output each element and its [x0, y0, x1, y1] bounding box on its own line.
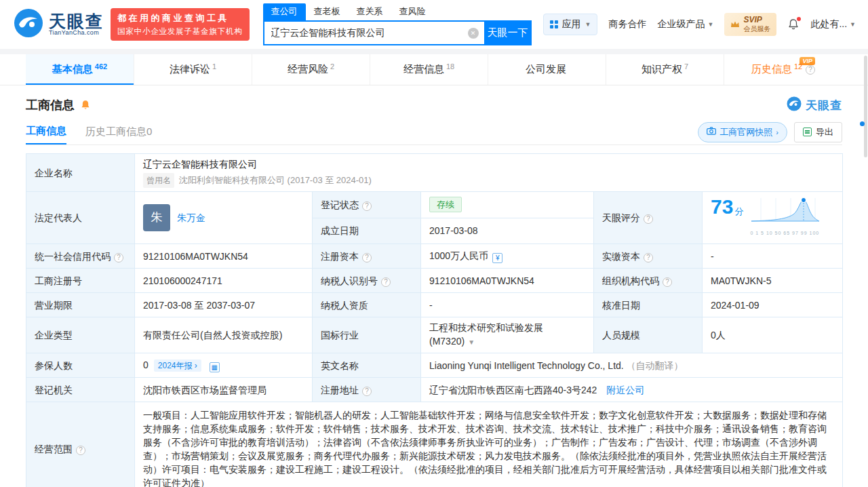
- header-right-nav: 应用 ▼ 商务合作 企业级产品 ▼ SVIP 会员服务: [543, 13, 856, 35]
- tab-history-info[interactable]: VIP 历史信息 12 ?: [724, 54, 842, 85]
- help-icon[interactable]: ?: [644, 253, 653, 262]
- crown-icon: [730, 18, 740, 31]
- help-icon[interactable]: ?: [381, 277, 391, 287]
- insured-cell: 02024年报 ›▦: [135, 353, 313, 378]
- camera-icon: [707, 127, 716, 137]
- svip-label: SVIP: [743, 16, 770, 25]
- tab-count: 462: [95, 62, 107, 71]
- official-snapshot-button[interactable]: 工商官网快照 ›: [698, 122, 787, 142]
- notification-bell-icon[interactable]: [787, 18, 800, 31]
- tianyancha-company-page: 天眼查 TianYanCha.com 都在用的商业查询工具 国家中小企业发展子基…: [0, 0, 868, 487]
- user-menu[interactable]: 此处有... ▼: [810, 18, 856, 31]
- search-type-tabs: 查公司 查老板 查关系 查风险: [263, 3, 532, 20]
- search-tab-relation[interactable]: 查关系: [349, 3, 391, 20]
- enterprise-products-link[interactable]: 企业级产品 ▼: [657, 18, 713, 31]
- help-icon[interactable]: ?: [806, 65, 815, 75]
- clear-search-icon[interactable]: ✕: [468, 28, 479, 39]
- tab-legal-proceedings[interactable]: 法律诉讼 1: [134, 54, 252, 85]
- table-row: 营业期限 2017-03-08 至 2037-03-07 纳税人资质 - 核准日…: [26, 293, 843, 317]
- chevron-down-icon[interactable]: ▼: [468, 338, 475, 346]
- english-name-cell: Liaoning Yunqi Intelligent Technology Co…: [421, 353, 843, 378]
- annual-report-link[interactable]: 2024年报 ›: [154, 359, 201, 372]
- search-tab-company[interactable]: 查公司: [263, 3, 306, 20]
- search-tab-boss[interactable]: 查老板: [306, 3, 349, 20]
- reg-capital-label: 注册资本?: [313, 244, 421, 269]
- tab-intellectual-property[interactable]: 知识产权 7: [606, 54, 724, 85]
- subtab-history-business-info[interactable]: 历史工商信息0: [85, 119, 152, 144]
- help-icon[interactable]: ?: [663, 277, 672, 287]
- insured-chart-icon[interactable]: ▦: [210, 362, 220, 372]
- tab-operating-risk[interactable]: 经营风险 2: [252, 54, 370, 85]
- tab-company-development[interactable]: 公司发展: [488, 54, 606, 85]
- table-row: 企业名称 辽宁云企智能科技有限公司 曾用名 沈阳利剑智能科技有限公司 (2017…: [26, 154, 843, 192]
- company-type-label: 企业类型: [26, 317, 135, 353]
- industry-cell: 工程和技术研究和试验发展(M7320)▼: [421, 317, 594, 353]
- search-area: 查公司 查老板 查关系 查风险 ✕ 天眼一下: [263, 3, 532, 45]
- approval-date-cell: 2024-01-09: [703, 293, 843, 317]
- table-row: 企业类型 有限责任公司(自然人投资或控股) 国标行业 工程和技术研究和试验发展(…: [26, 317, 843, 353]
- help-icon[interactable]: ?: [362, 387, 372, 396]
- legal-rep-cell: 朱 朱万金: [135, 192, 313, 244]
- tianyancha-watermark-icon: [787, 96, 802, 114]
- paid-capital-cell: -: [703, 244, 843, 269]
- apps-menu-button[interactable]: 应用 ▼: [543, 14, 598, 35]
- approval-date-label: 核准日期: [594, 293, 703, 317]
- side-anchor-dot[interactable]: [860, 121, 865, 126]
- help-icon[interactable]: ?: [114, 253, 123, 262]
- search-tab-risk[interactable]: 查风险: [391, 3, 434, 20]
- table-row: 法定代表人 朱 朱万金 登记状态? 存续 天: [26, 192, 843, 218]
- help-icon[interactable]: ?: [76, 446, 85, 455]
- tianyancha-logo-icon: [14, 8, 43, 41]
- export-button[interactable]: 导出: [794, 122, 842, 142]
- industry-label: 国标行业: [313, 317, 421, 353]
- legal-rep-link[interactable]: 朱万金: [177, 211, 205, 225]
- table-row: 参保人数 02024年报 ›▦ 英文名称 Liaoning Yunqi Inte…: [26, 353, 843, 378]
- search-button[interactable]: 天眼一下: [484, 20, 532, 45]
- tab-label: 经营信息: [403, 63, 444, 76]
- section-title: 工商信息: [26, 97, 75, 113]
- nearby-companies-link[interactable]: 附近公司: [606, 385, 644, 395]
- score-value: 73: [711, 195, 733, 218]
- company-name: 辽宁云企智能科技有限公司: [143, 157, 834, 171]
- scrollbar-thumb[interactable]: [864, 56, 867, 157]
- slogan-badge: 都在用的商业查询工具 国家中小企业发展子基金旗下机构: [111, 8, 250, 41]
- former-name: 沈阳利剑智能科技有限公司 (2017-03 至 2024-01): [179, 174, 372, 187]
- slogan-line2: 国家中小企业发展子基金旗下机构: [117, 26, 243, 37]
- search-input[interactable]: [264, 28, 484, 39]
- subtab-business-info[interactable]: 工商信息: [26, 119, 66, 144]
- table-row: 经营范围? 一般项目：人工智能应用软件开发；智能机器人的研发；人工智能基础软件开…: [26, 402, 843, 487]
- business-scope-cell: 一般项目：人工智能应用软件开发；智能机器人的研发；人工智能基础软件开发；网络与信…: [135, 402, 843, 487]
- reg-capital-cell: 1000万人民币¥: [421, 244, 594, 269]
- status-badge: 存续: [429, 197, 462, 212]
- business-cooperation-link[interactable]: 商务合作: [608, 18, 646, 31]
- help-icon[interactable]: ?: [644, 214, 653, 224]
- apps-grid-icon: [550, 20, 558, 28]
- main-content: 工商信息 天眼查 工商信息 历史工商信息0 工商官网快照 ›: [0, 96, 868, 487]
- help-icon[interactable]: ?: [362, 201, 372, 211]
- table-row: 登记机关 沈阳市铁西区市场监督管理局 注册地址? 辽宁省沈阳市铁西区南七西路40…: [26, 378, 843, 402]
- logo-subtitle: TianYanCha.com: [49, 30, 104, 36]
- tianyancha-logo[interactable]: 天眼查 TianYanCha.com: [14, 8, 104, 41]
- business-scope-label: 经营范围?: [26, 402, 135, 487]
- user-name: 此处有...: [810, 18, 847, 31]
- export-label: 导出: [816, 126, 833, 138]
- reg-status-label: 登记状态?: [313, 192, 421, 218]
- credit-code-cell: 91210106MA0TWJKN54: [135, 244, 313, 269]
- taxpayer-quality-cell: -: [421, 293, 594, 317]
- enterprise-products-label: 企业级产品: [657, 18, 705, 31]
- chevron-down-icon: ▼: [707, 21, 713, 28]
- established-label: 成立日期: [313, 218, 421, 244]
- svip-member-button[interactable]: SVIP 会员服务: [724, 13, 776, 35]
- company-name-cell: 辽宁云企智能科技有限公司 曾用名 沈阳利剑智能科技有限公司 (2017-03 至…: [135, 154, 843, 192]
- page-divider: [0, 49, 868, 54]
- tab-count: 2: [330, 62, 334, 71]
- snapshot-label: 工商官网快照: [719, 126, 772, 138]
- table-row: 统一社会信用代码? 91210106MA0TWJKN54 注册资本? 1000万…: [26, 244, 843, 269]
- tab-basic-info[interactable]: 基本信息 462: [26, 54, 134, 85]
- currency-convert-icon[interactable]: ¥: [492, 253, 502, 263]
- taxpayer-quality-label: 纳税人资质: [313, 293, 421, 317]
- tab-operating-info[interactable]: 经营信息 18: [370, 54, 488, 85]
- help-icon[interactable]: ?: [362, 253, 372, 262]
- subscribe-bell-icon[interactable]: [80, 100, 91, 111]
- legal-rep-avatar[interactable]: 朱: [143, 204, 170, 231]
